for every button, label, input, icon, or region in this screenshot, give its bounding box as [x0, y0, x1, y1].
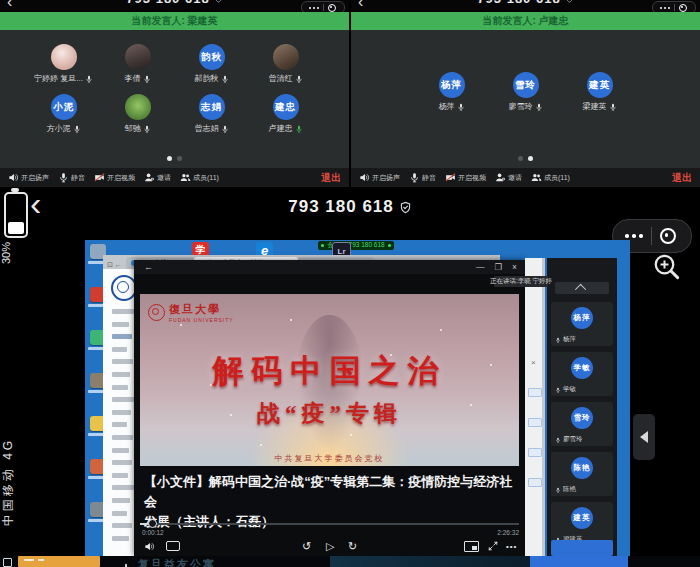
- mute-icon: [58, 172, 69, 183]
- player-back-icon[interactable]: ←: [144, 262, 153, 272]
- participant-tile[interactable]: 邹驰: [101, 94, 175, 134]
- exit-button[interactable]: 退出: [672, 171, 692, 185]
- toolbar-invite-button[interactable]: 邀请: [144, 172, 171, 183]
- sidebar-item[interactable]: [112, 485, 134, 490]
- video-player-window: ← — ❐ × 復旦大學 FUDAN UNIVERSITY: [134, 260, 525, 556]
- grid-icon: [3, 558, 12, 567]
- exit-button[interactable]: 退出: [321, 171, 341, 185]
- seek-handle[interactable]: [148, 519, 157, 528]
- toolbar-mute-button[interactable]: 静音: [409, 172, 436, 183]
- rotate-left-icon[interactable]: ↺: [302, 538, 311, 554]
- toolbar-members-label: 成员(11): [544, 173, 570, 183]
- participant-tile[interactable]: 李倩: [101, 44, 175, 84]
- sidebar-item[interactable]: [112, 473, 128, 478]
- more-icon[interactable]: •••: [506, 538, 517, 554]
- toolbar-speaker-button[interactable]: 开启扬声: [359, 172, 400, 183]
- miniprogram-capsule[interactable]: [301, 1, 345, 12]
- member-tile[interactable]: 学敏学敏: [551, 352, 613, 396]
- sidebar-item[interactable]: [112, 334, 132, 339]
- participant-tile[interactable]: 韵秋郝韵秋: [175, 44, 249, 84]
- participant-name: 宁婷婷 复旦...: [34, 73, 93, 84]
- participant-name: 廖雪玲: [509, 101, 543, 112]
- target-icon[interactable]: [328, 4, 336, 12]
- participant-tile[interactable]: 志娟曾志娟: [175, 94, 249, 134]
- shield-icon: [214, 0, 223, 3]
- toolbar-video-button[interactable]: 开启视频: [445, 172, 486, 183]
- page-dot[interactable]: [167, 156, 172, 161]
- volume-icon[interactable]: [144, 538, 155, 554]
- member-strip: 杨萍杨萍学敏学敏雪玲廖雪玲陈艳陈艳建英梁建英: [547, 258, 617, 556]
- mic-icon: [143, 125, 151, 133]
- more-dots-icon[interactable]: [309, 7, 319, 9]
- sidebar-item[interactable]: [112, 536, 129, 541]
- participant-tile[interactable]: 杨萍杨萍: [415, 72, 489, 112]
- sidebar-item[interactable]: [112, 397, 134, 402]
- more-dots-icon[interactable]: [625, 234, 643, 238]
- video-icon: [445, 172, 456, 183]
- participant-tile[interactable]: 曾清红: [249, 44, 323, 84]
- toolbar-mute-button[interactable]: 静音: [58, 172, 85, 183]
- sidebar-item[interactable]: [112, 422, 127, 427]
- toolbar-members-button[interactable]: 成员(11): [531, 172, 570, 183]
- member-tile[interactable]: 杨萍杨萍: [551, 302, 613, 346]
- page-dot[interactable]: [177, 156, 182, 161]
- page-dot[interactable]: [528, 156, 533, 161]
- member-tile[interactable]: 雪玲廖雪玲: [551, 402, 613, 446]
- sidebar-item[interactable]: [112, 385, 128, 390]
- zoom-in-icon[interactable]: [652, 252, 686, 284]
- chat-avatar[interactable]: [18, 556, 100, 567]
- mic-icon: [221, 75, 229, 83]
- member-name-text: 廖雪玲: [563, 435, 583, 444]
- participant-tile[interactable]: 建忠卢建忠: [249, 94, 323, 134]
- collapse-panel-icon[interactable]: [633, 414, 655, 460]
- toolbar-video-button[interactable]: 开启视频: [94, 172, 135, 183]
- close-icon[interactable]: ×: [531, 358, 536, 367]
- sidebar-item[interactable]: [112, 372, 130, 377]
- sidebar-item[interactable]: [112, 498, 130, 503]
- toolbar-speaker-button[interactable]: 开启扬声: [8, 172, 49, 183]
- play-icon[interactable]: ▷: [326, 538, 334, 554]
- participant-name: 李倩: [125, 73, 151, 84]
- page-dot[interactable]: [518, 156, 523, 161]
- member-strip-button[interactable]: [551, 540, 613, 556]
- fullscreen-icon[interactable]: [488, 538, 498, 554]
- participant-tile[interactable]: 小泥方小泥: [27, 94, 101, 134]
- sidebar-item[interactable]: [112, 347, 127, 352]
- window-minimize-icon[interactable]: —: [476, 262, 485, 272]
- sidebar-item[interactable]: [112, 448, 129, 453]
- member-name-text: 杨萍: [563, 335, 576, 344]
- rotate-right-icon[interactable]: ↻: [348, 538, 357, 554]
- miniprogram-capsule[interactable]: [652, 1, 696, 12]
- sidebar-item[interactable]: [112, 460, 132, 465]
- window-close-icon[interactable]: ×: [512, 262, 517, 272]
- sidebar-item[interactable]: [112, 435, 133, 440]
- sidebar-item[interactable]: [112, 322, 129, 327]
- participant-grid: 杨萍杨萍雪玲廖雪玲建英梁建英: [351, 30, 700, 112]
- sidebar-item[interactable]: [112, 309, 134, 314]
- toolbar-members-button[interactable]: 成员(11): [180, 172, 219, 183]
- video-icon: [94, 172, 105, 183]
- more-dots-icon[interactable]: [660, 7, 670, 9]
- sidebar-item[interactable]: [112, 511, 127, 516]
- pip-icon[interactable]: [464, 538, 479, 554]
- sidebar-item[interactable]: [112, 410, 131, 415]
- participant-tile[interactable]: 雪玲廖雪玲: [489, 72, 563, 112]
- mic-icon: [73, 125, 81, 133]
- collapse-strip-button[interactable]: [555, 282, 609, 294]
- meeting-panel-right: ‹ 793 180 618 当前发言人: 卢建忠 杨萍杨萍雪玲廖雪玲建英梁建英 …: [351, 0, 700, 187]
- target-icon[interactable]: [679, 4, 687, 12]
- target-icon[interactable]: [660, 228, 676, 244]
- sidebar-item[interactable]: [112, 523, 132, 528]
- taskbar-segment-active[interactable]: [530, 556, 628, 567]
- danmaku-icon[interactable]: [166, 538, 180, 554]
- sidebar-item[interactable]: [112, 359, 133, 364]
- toolbar-invite-button[interactable]: 邀请: [495, 172, 522, 183]
- seek-bar[interactable]: [140, 523, 519, 525]
- member-tile[interactable]: 陈艳陈艳: [551, 452, 613, 496]
- participant-tile[interactable]: 宁婷婷 复旦...: [27, 44, 101, 84]
- scrollbar[interactable]: [542, 258, 545, 556]
- participant-tile[interactable]: 建英梁建英: [563, 72, 637, 112]
- video-frame[interactable]: 復旦大學 FUDAN UNIVERSITY 解码中国之治 战“疫”专辑 中共复旦…: [140, 294, 519, 466]
- window-maximize-icon[interactable]: ❐: [494, 262, 502, 272]
- participant-name-text: 廖雪玲: [509, 101, 533, 112]
